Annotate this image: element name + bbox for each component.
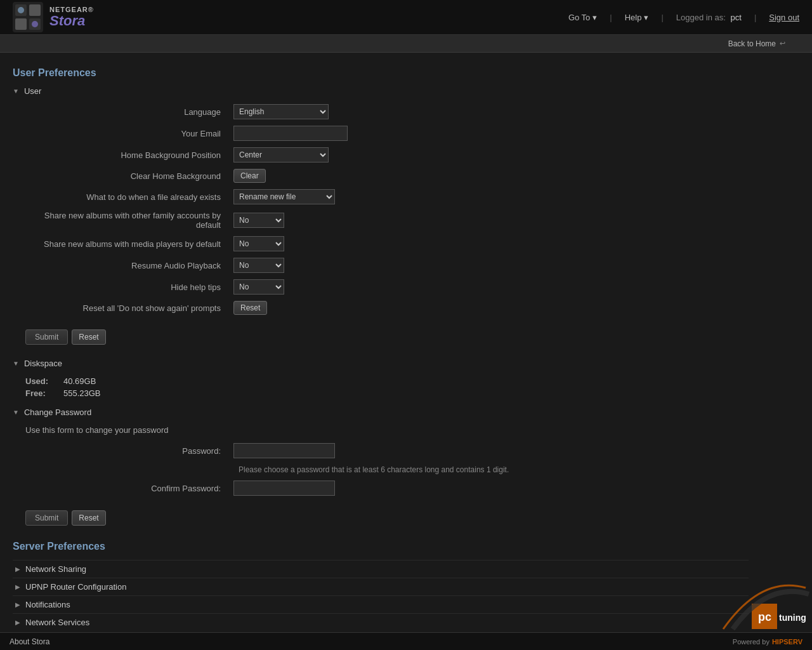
password-input[interactable]	[233, 443, 335, 458]
help-chevron-icon: ▾	[644, 13, 648, 22]
diskspace-section-toggle[interactable]: ▼ Diskspace	[13, 359, 749, 368]
back-to-home-link[interactable]: Back to Home	[728, 39, 776, 48]
clear-bg-row: Clear Home Background Clear	[13, 166, 749, 186]
sign-out-button[interactable]: Sign out	[769, 13, 799, 22]
about-stora-link[interactable]: About Stora	[10, 637, 49, 646]
nav-right: Go To ▾ | Help ▾ | Logged in as: pct | S…	[568, 13, 799, 22]
share-media-select[interactable]: No Yes	[233, 236, 284, 251]
server-prefs-section: ▶ Network Sharing ▶ UPNP Router Configur…	[13, 560, 749, 631]
user-section-label: User	[24, 86, 41, 96]
free-label: Free:	[25, 388, 57, 398]
password-row: Password:	[13, 440, 749, 461]
language-control: English French German Spanish	[228, 101, 749, 123]
upnp-router-arrow-icon: ▶	[15, 583, 20, 590]
file-exists-row: What to do when a file already exists Re…	[13, 186, 749, 208]
reset-prompts-label: Reset all 'Do not show again' prompts	[13, 298, 228, 318]
network-sharing-item[interactable]: ▶ Network Sharing	[13, 560, 749, 578]
change-password-toggle[interactable]: ▼ Change Password	[13, 408, 749, 417]
network-services-label: Network Services	[25, 618, 89, 627]
password-form-table: Password: Please choose a password that …	[13, 440, 749, 499]
reset-prompts-row: Reset all 'Do not show again' prompts Re…	[13, 298, 749, 318]
clear-bg-button[interactable]: Clear	[233, 169, 266, 183]
change-password-actions: Submit Reset	[13, 505, 749, 533]
email-control	[228, 123, 749, 144]
notifications-label: Notifications	[25, 600, 70, 609]
logo-text: NETGEAR® Stora	[49, 6, 94, 29]
diskspace-info: Used: 40.69GB Free: 555.23GB	[13, 373, 749, 401]
user-prefs-submit-button[interactable]: Submit	[25, 329, 68, 345]
nav-divider-3: |	[754, 13, 756, 22]
language-select[interactable]: English French German Spanish	[233, 104, 329, 119]
back-arrow-icon: ↩	[780, 39, 785, 48]
footer-right: Powered by HIPSERV	[733, 638, 802, 646]
user-prefs-header: User Preferences	[13, 67, 749, 79]
svg-point-6	[32, 21, 38, 27]
used-value: 40.69GB	[63, 376, 96, 386]
file-exists-label: What to do when a file already exists	[13, 186, 228, 208]
logged-in-label: Logged in as: pct	[676, 13, 742, 22]
hipserv-text: HIPSERV	[772, 638, 802, 646]
hide-tips-row: Hide help tips No Yes	[13, 276, 749, 298]
network-services-arrow-icon: ▶	[15, 619, 20, 626]
diskspace-free-row: Free: 555.23GB	[25, 388, 736, 398]
notifications-item[interactable]: ▶ Notifications	[13, 595, 749, 613]
change-password-arrow-down-icon: ▼	[13, 409, 19, 416]
logo-area: NETGEAR® Stora	[13, 2, 94, 32]
file-exists-control: Rename new file Overwrite Skip	[228, 186, 749, 208]
resume-audio-label: Resume Audio Playback	[13, 255, 228, 276]
email-input[interactable]	[233, 126, 348, 141]
nav-divider-1: |	[610, 13, 612, 22]
share-family-row: Share new albums with other family accou…	[13, 208, 749, 233]
powered-by-text: Powered by	[733, 638, 769, 646]
help-button[interactable]: Help ▾	[625, 13, 649, 22]
share-media-row: Share new albums with media players by d…	[13, 233, 749, 255]
bg-position-select[interactable]: Center Tile Stretch	[233, 147, 329, 162]
password-control	[228, 440, 749, 461]
confirm-password-control	[228, 477, 749, 499]
svg-text:pc: pc	[758, 611, 771, 623]
resume-audio-control: No Yes	[228, 255, 749, 276]
pctuning-logo-graphic: pc tuning	[685, 569, 812, 632]
share-family-control: No Yes	[228, 208, 749, 233]
notifications-arrow-icon: ▶	[15, 601, 20, 608]
bg-position-label: Home Background Position	[13, 144, 228, 166]
change-password-submit-button[interactable]: Submit	[25, 510, 68, 526]
svg-rect-2	[29, 4, 41, 16]
file-exists-select[interactable]: Rename new file Overwrite Skip	[233, 189, 335, 204]
hide-tips-label: Hide help tips	[13, 276, 228, 298]
change-password-label: Change Password	[24, 408, 91, 417]
language-label: Language	[13, 101, 228, 123]
upnp-router-item[interactable]: ▶ UPNP Router Configuration	[13, 578, 749, 595]
bg-position-control: Center Tile Stretch	[228, 144, 749, 166]
network-sharing-label: Network Sharing	[25, 564, 86, 574]
back-bar: Back to Home ↩	[0, 35, 812, 53]
network-sharing-arrow-icon: ▶	[15, 566, 20, 573]
user-form-table: Language English French German Spanish Y…	[13, 101, 749, 318]
free-value: 555.23GB	[63, 388, 101, 398]
clear-bg-control: Clear	[228, 166, 749, 186]
share-media-control: No Yes	[228, 233, 749, 255]
network-services-item[interactable]: ▶ Network Services	[13, 613, 749, 631]
clear-bg-label: Clear Home Background	[13, 166, 228, 186]
share-family-select[interactable]: No Yes	[233, 213, 284, 228]
share-media-label: Share new albums with media players by d…	[13, 233, 228, 255]
resume-audio-select[interactable]: No Yes	[233, 258, 284, 273]
user-section: ▼ User Language English French German Sp…	[13, 86, 749, 352]
password-hint-cell: Please choose a password that is at leas…	[228, 461, 749, 477]
main-content: User Preferences ▼ User Language English…	[0, 53, 761, 645]
hide-tips-select[interactable]: No Yes	[233, 279, 284, 295]
goto-button[interactable]: Go To ▾	[568, 13, 597, 22]
change-password-reset-button[interactable]: Reset	[72, 510, 105, 526]
reset-prompts-button[interactable]: Reset	[233, 301, 267, 315]
user-prefs-reset-button[interactable]: Reset	[72, 329, 105, 345]
upnp-router-label: UPNP Router Configuration	[25, 582, 126, 592]
confirm-password-row: Confirm Password:	[13, 477, 749, 499]
confirm-password-input[interactable]	[233, 481, 335, 496]
user-section-toggle[interactable]: ▼ User	[13, 86, 749, 96]
stora-label: Stora	[49, 13, 94, 29]
share-family-label: Share new albums with other family accou…	[13, 208, 228, 233]
netgear-logo-icon	[13, 2, 43, 32]
resume-audio-row: Resume Audio Playback No Yes	[13, 255, 749, 276]
nav-divider-2: |	[661, 13, 663, 22]
svg-rect-3	[15, 18, 27, 30]
